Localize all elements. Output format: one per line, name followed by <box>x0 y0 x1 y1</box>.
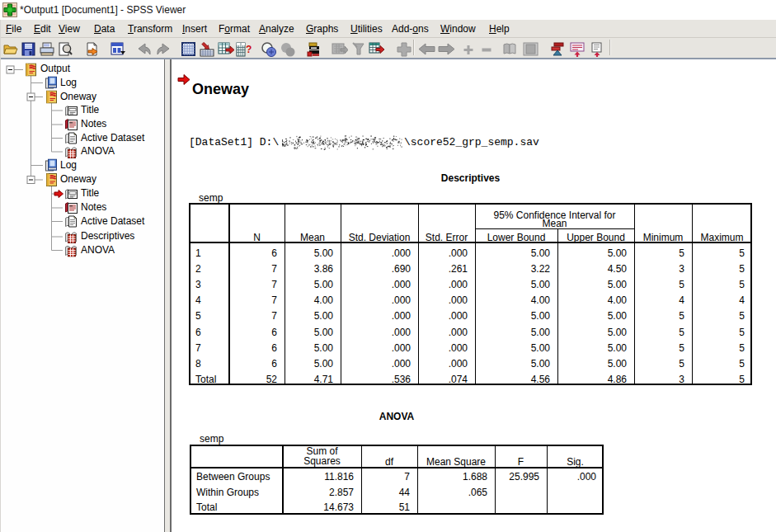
svg-text:?: ? <box>246 44 252 55</box>
